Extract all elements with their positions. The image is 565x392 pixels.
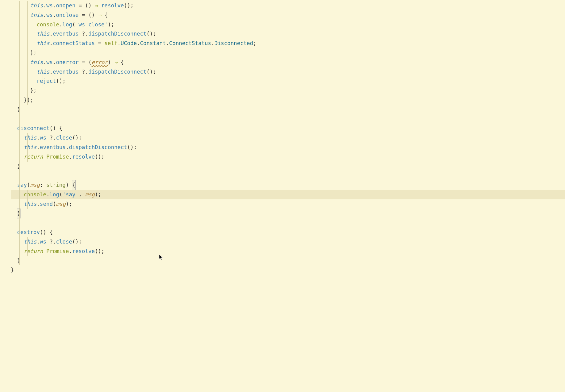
token-prop: onerror (56, 59, 79, 65)
token-this: this (30, 2, 43, 9)
token-this: this (24, 201, 37, 207)
token-punc: ?. (46, 135, 56, 141)
code-line[interactable]: this.ws ?.close(); (11, 133, 565, 143)
code-line[interactable]: console.log('ws close'); (11, 20, 565, 29)
token-punc: } (17, 163, 21, 169)
token-this: this (37, 69, 49, 75)
token-prop: eventbus (53, 31, 79, 37)
code-line[interactable]: this.ws.onerror = (error) ⇒ { (11, 58, 565, 67)
token-punc: } (17, 106, 21, 113)
token-prop: ws (40, 239, 46, 245)
code-line[interactable]: return Promise.resolve(); (11, 152, 565, 162)
token-punc: } (17, 209, 21, 219)
code-line[interactable]: this.eventbus.dispatchDisconnect(); (11, 143, 565, 152)
token-fn: resolve (72, 154, 95, 160)
token-punc: (); (147, 31, 156, 37)
token-punc: ); (66, 201, 72, 207)
token-prop: eventbus (53, 69, 79, 75)
token-dot: . (37, 135, 40, 141)
code-line[interactable]: } (11, 256, 565, 266)
code-line[interactable]: } (11, 265, 565, 275)
token-this: this (37, 31, 49, 37)
token-punc: ) (66, 182, 72, 188)
token-dot: . (53, 59, 56, 65)
token-fn: dispatchDisconnect (69, 144, 127, 150)
token-punc: (); (95, 154, 105, 160)
token-cls: ConnectStatus (169, 40, 211, 46)
token-punc: (); (72, 135, 82, 141)
token-dot: . (69, 154, 72, 160)
code-line[interactable]: destroy() { (11, 228, 565, 237)
token-punc: (); (56, 78, 66, 84)
token-punc: = ( (79, 59, 91, 65)
token-prop: ws (46, 2, 53, 9)
code-line[interactable]: this.eventbus ?.dispatchDisconnect(); (11, 29, 565, 39)
code-line[interactable]: }); (11, 95, 565, 105)
token-kw: return (24, 248, 43, 254)
token-fn: send (40, 201, 53, 207)
code-line[interactable]: this.ws ?.close(); (11, 237, 565, 247)
code-line[interactable]: } (11, 209, 565, 218)
token-punc: (); (124, 2, 134, 9)
token-punc: } (17, 258, 21, 264)
token-fn: log (63, 21, 72, 28)
token-punc: (); (72, 239, 82, 245)
code-line[interactable]: console.log('say', msg); (11, 190, 565, 199)
token-fn: close (56, 135, 72, 141)
token-punc: }; (30, 87, 37, 94)
code-line[interactable] (11, 114, 565, 124)
code-line[interactable]: this.ws.onopen = () ⇒ resolve(); (11, 1, 565, 10)
code-line[interactable]: reject(); (11, 76, 565, 86)
token-punc: () { (49, 125, 62, 131)
token-punc: , (79, 191, 85, 198)
token-prop: connectStatus (53, 40, 95, 46)
token-punc: }); (24, 97, 33, 103)
token-type: string (46, 182, 66, 188)
token-punc: = () (79, 12, 98, 18)
token-this: this (30, 12, 43, 18)
token-prop: ws (40, 135, 46, 141)
token-ident: self (105, 40, 117, 46)
token-punc: ( (59, 191, 63, 198)
code-line[interactable]: this.ws.onclose = () ⇒ { (11, 10, 565, 20)
token-dot: . (37, 201, 40, 207)
token-dot: . (66, 144, 69, 150)
token-punc (98, 2, 102, 9)
code-editor[interactable]: this.ws.onopen = () ⇒ resolve(); this.ws… (0, 0, 565, 275)
token-dot: . (49, 69, 53, 75)
token-punc (43, 154, 46, 160)
token-dot: . (43, 2, 46, 9)
token-dot: . (46, 191, 50, 198)
token-punc: ); (95, 191, 101, 198)
code-line[interactable]: } (11, 105, 565, 114)
token-punc: ?. (79, 69, 88, 75)
token-punc: ); (108, 21, 114, 28)
code-line[interactable]: return Promise.resolve(); (11, 247, 565, 256)
token-fn: say (17, 182, 27, 188)
token-punc: (); (127, 144, 137, 150)
token-ident: console (24, 191, 46, 198)
code-line[interactable]: this.connectStatus = self.UCode.Constant… (11, 39, 565, 48)
token-dot: . (37, 144, 40, 150)
token-dot: . (49, 40, 53, 46)
token-punc (43, 248, 46, 254)
token-punc: ?. (46, 239, 56, 245)
token-punc: (); (147, 69, 156, 75)
code-line[interactable]: disconnect() { (11, 124, 565, 133)
code-line[interactable]: this.send(msg); (11, 199, 565, 209)
token-param: msg (85, 191, 95, 198)
token-dot: . (69, 248, 72, 254)
token-punc: : (40, 182, 46, 188)
code-line[interactable] (11, 218, 565, 228)
code-line[interactable]: } (11, 162, 565, 171)
token-kw: ⇒ (114, 59, 117, 65)
code-line[interactable]: }; (11, 48, 565, 58)
code-line[interactable] (11, 171, 565, 180)
token-dot: . (117, 40, 121, 46)
code-line[interactable]: }; (11, 86, 565, 95)
token-fn: dispatchDisconnect (88, 31, 147, 37)
token-punc: ; (253, 40, 256, 46)
code-line[interactable]: this.eventbus ?.dispatchDisconnect(); (11, 67, 565, 77)
code-line[interactable]: say(msg: string) { (11, 180, 565, 190)
token-punc: } (11, 267, 14, 273)
